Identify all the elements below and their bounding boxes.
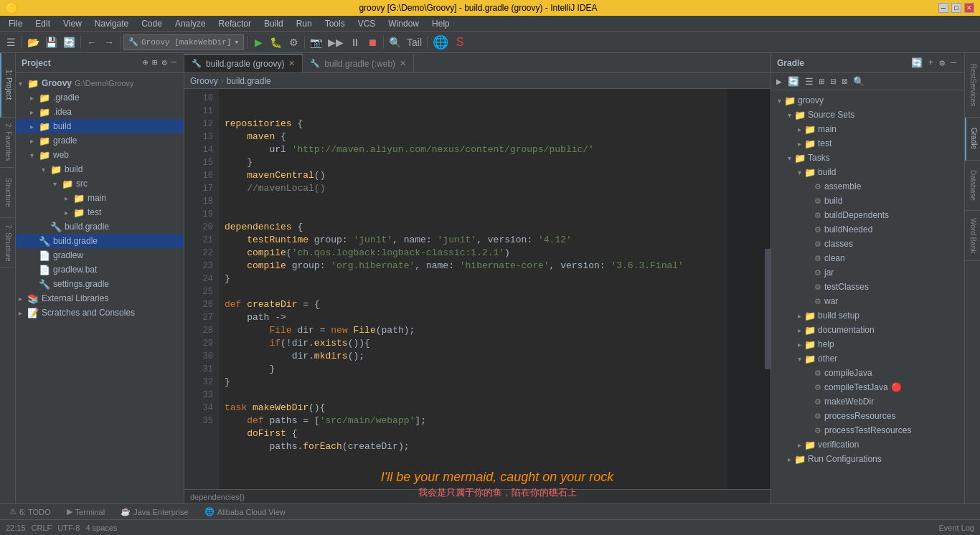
gradle-close-button[interactable]: ─: [948, 56, 958, 70]
gradle-task-clean[interactable]: ⚙ clean: [771, 251, 964, 265]
sidebar-settings-button[interactable]: ⚙: [161, 56, 169, 70]
tree-item-web-buildgradle[interactable]: 🔧 build.gradle: [16, 219, 184, 234]
gradle-task-compile-java[interactable]: ⚙ compileJava: [771, 366, 964, 380]
vtab-rest-services[interactable]: RestServices: [965, 53, 980, 118]
vtab-word-bank[interactable]: Word Bank: [965, 211, 980, 261]
toolbar-sync-button[interactable]: 🔄: [61, 34, 77, 50]
vtab-favorites[interactable]: 2: Favorites: [0, 118, 16, 168]
gradle-task-jar[interactable]: ⚙ jar: [771, 265, 964, 280]
gradle-refresh-button[interactable]: 🔄: [909, 56, 925, 70]
breadcrumb-file[interactable]: build.gradle: [227, 76, 271, 86]
bottom-tab-java-enterprise[interactable]: ☕ Java Enterprise: [114, 505, 194, 519]
toolbar-forward-button[interactable]: →: [101, 34, 117, 50]
tree-item-scratches[interactable]: ▸ 📝 Scratches and Consoles: [16, 306, 184, 320]
gradle-settings-button[interactable]: ⚙: [937, 56, 947, 70]
gradle-filter-button[interactable]: 🔍: [851, 75, 867, 89]
menu-item-vcs[interactable]: VCS: [352, 17, 382, 30]
gradle-collapse-button[interactable]: ⊟: [829, 75, 839, 89]
sidebar-layout-button[interactable]: ⊞: [151, 56, 159, 70]
close-button[interactable]: ✕: [964, 3, 974, 13]
menu-item-help[interactable]: Help: [426, 17, 456, 30]
gradle-item-tasks[interactable]: ▾ 📁 Tasks: [771, 151, 964, 165]
toolbar-terminal-button[interactable]: Tail: [405, 34, 424, 50]
gradle-item-test[interactable]: ▸ 📁 test: [771, 136, 964, 151]
gradle-add-button[interactable]: +: [926, 56, 936, 70]
toolbar-alicloud-button[interactable]: S: [452, 34, 468, 50]
tab-build-gradle-groovy[interactable]: 🔧 build.gradle (groovy) ✕: [184, 54, 303, 72]
tree-item-main[interactable]: ▸ 📁 main: [16, 191, 184, 205]
debug-run-button[interactable]: 🐛: [268, 34, 284, 50]
gradle-item-build-setup[interactable]: ▸ 📁 build setup: [771, 308, 964, 323]
menu-item-edit[interactable]: Edit: [29, 17, 56, 30]
run-config-dropdown[interactable]: 🔧 Groovy [makeWebDir] ▾: [123, 34, 244, 50]
bottom-tab-alibaba[interactable]: 🌐 Alibaba Cloud View: [198, 505, 292, 519]
tree-item-groovy-root[interactable]: ▾ 📁 Groovy G:\Demo\Groovy: [16, 76, 184, 90]
status-indent[interactable]: 4 spaces: [85, 524, 117, 532]
gradle-expand-button[interactable]: ⊞: [817, 75, 827, 89]
tree-item-gradlew-bat[interactable]: 📄 gradlew.bat: [16, 262, 184, 277]
menu-item-tools[interactable]: Tools: [319, 17, 351, 30]
sidebar-minimize-button[interactable]: ─: [170, 56, 178, 70]
gradle-task-process-resources[interactable]: ⚙ processResources: [771, 409, 964, 423]
tree-item-web-src[interactable]: ▾ 📁 src: [16, 176, 184, 191]
gradle-item-help[interactable]: ▸ 📁 help: [771, 337, 964, 351]
vtab-database[interactable]: Database: [965, 161, 980, 211]
gradle-item-main[interactable]: ▸ 📁 main: [771, 122, 964, 136]
vtab-gradle[interactable]: Gradle: [965, 118, 980, 161]
vtab-project[interactable]: 1: Project: [0, 53, 16, 118]
bottom-tab-terminal[interactable]: ▶ Terminal: [60, 505, 112, 519]
menu-item-run[interactable]: Run: [291, 17, 318, 30]
gradle-task-build-dependents[interactable]: ⚙ buildDependents: [771, 208, 964, 222]
bottom-tab-todo[interactable]: ⚠ 6: TODO: [3, 505, 57, 519]
toolbar-settings-button[interactable]: ⚙: [286, 34, 301, 50]
tree-item-build[interactable]: ▸ 📁 build: [16, 119, 184, 133]
tree-item-web-build[interactable]: ▾ 📁 build: [16, 162, 184, 176]
toolbar-stop-button[interactable]: ⏹: [364, 34, 380, 50]
tree-item-settings-gradle[interactable]: 🔧 settings.gradle: [16, 277, 184, 291]
code-area[interactable]: repositories { maven { url 'http://maven…: [219, 89, 727, 489]
toolbar-back-button[interactable]: ←: [84, 34, 100, 50]
tree-item-external-libraries[interactable]: ▸ 📚 External Libraries: [16, 291, 184, 306]
gradle-toggle-button[interactable]: ☰: [803, 75, 816, 89]
toolbar-search-button[interactable]: 🔍: [387, 34, 403, 50]
menu-item-analyze[interactable]: Analyze: [169, 17, 212, 30]
breadcrumb-groovy[interactable]: Groovy: [190, 76, 218, 86]
menu-item-view[interactable]: View: [57, 17, 88, 30]
menu-item-file[interactable]: File: [3, 17, 28, 30]
gradle-item-documentation[interactable]: ▸ 📁 documentation: [771, 323, 964, 337]
gradle-task-war[interactable]: ⚙ war: [771, 294, 964, 308]
toolbar-coverage-button[interactable]: 📷: [308, 34, 324, 50]
status-event-log[interactable]: Event Log: [938, 524, 974, 532]
minimize-button[interactable]: ─: [938, 3, 948, 13]
toolbar-pause-button[interactable]: ⏸: [347, 34, 363, 50]
gradle-layout-button[interactable]: ⊠: [839, 75, 849, 89]
toolbar-resume-button[interactable]: ▶▶: [326, 34, 346, 50]
gradle-task-compile-test-java[interactable]: ⚙ compileTestJava 🔴: [771, 380, 964, 394]
status-position[interactable]: 22:15: [6, 524, 26, 532]
sidebar-add-button[interactable]: ⊕: [141, 56, 149, 70]
gradle-task-assemble[interactable]: ⚙ assemble: [771, 179, 964, 194]
gradle-sync-button[interactable]: 🔄: [786, 75, 801, 89]
gradle-task-process-test-resources[interactable]: ⚙ processTestResources: [771, 423, 964, 437]
gradle-item-other[interactable]: ▾ 📁 other: [771, 351, 964, 366]
gradle-item-build-folder[interactable]: ▾ 📁 build: [771, 165, 964, 179]
tab-build-gradle-web[interactable]: 🔧 build.gradle (:web) ✕: [303, 54, 414, 72]
tree-item-gradle[interactable]: ▸ 📁 gradle: [16, 133, 184, 148]
vtab-structure-7[interactable]: 7: Structure: [0, 218, 16, 268]
tree-item-web[interactable]: ▾ 📁 web: [16, 148, 184, 162]
gradle-task-classes[interactable]: ⚙ classes: [771, 237, 964, 251]
tree-item-root-buildgradle[interactable]: 🔧 build.gradle: [16, 234, 184, 248]
maximize-button[interactable]: □: [951, 3, 961, 13]
status-line-sep[interactable]: CRLF: [32, 524, 52, 532]
menu-item-navigate[interactable]: Navigate: [89, 17, 134, 30]
menu-item-window[interactable]: Window: [382, 17, 425, 30]
gradle-item-groovy[interactable]: ▾ 📁 groovy: [771, 93, 964, 108]
toolbar-vcs-button[interactable]: 🌐: [430, 34, 451, 50]
menu-item-code[interactable]: Code: [136, 17, 168, 30]
tree-item-idea[interactable]: ▸ 📁 .idea: [16, 105, 184, 119]
gradle-task-make-web-dir[interactable]: ⚙ makeWebDir: [771, 394, 964, 409]
gradle-task-build[interactable]: ⚙ build: [771, 194, 964, 208]
status-encoding[interactable]: UTF-8: [57, 524, 80, 532]
tree-item-gradle-hidden[interactable]: ▸ 📁 .gradle: [16, 90, 184, 105]
tab-close-button[interactable]: ✕: [400, 59, 406, 68]
